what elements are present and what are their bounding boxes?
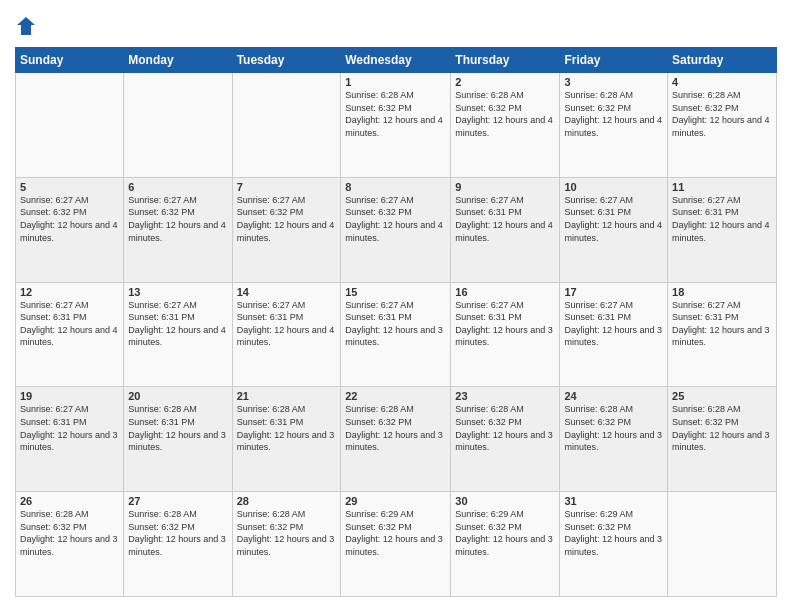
day-info: Sunrise: 6:28 AM Sunset: 6:32 PM Dayligh…	[455, 89, 555, 139]
header-tuesday: Tuesday	[232, 48, 341, 73]
day-info: Sunrise: 6:27 AM Sunset: 6:31 PM Dayligh…	[20, 403, 119, 453]
calendar-cell: 17Sunrise: 6:27 AM Sunset: 6:31 PM Dayli…	[560, 282, 668, 387]
day-info: Sunrise: 6:28 AM Sunset: 6:32 PM Dayligh…	[672, 89, 772, 139]
day-number: 13	[128, 286, 227, 298]
calendar-cell: 7Sunrise: 6:27 AM Sunset: 6:32 PM Daylig…	[232, 177, 341, 282]
day-info: Sunrise: 6:27 AM Sunset: 6:31 PM Dayligh…	[455, 299, 555, 349]
day-number: 29	[345, 495, 446, 507]
calendar-cell: 25Sunrise: 6:28 AM Sunset: 6:32 PM Dayli…	[668, 387, 777, 492]
day-number: 6	[128, 181, 227, 193]
day-info: Sunrise: 6:27 AM Sunset: 6:31 PM Dayligh…	[20, 299, 119, 349]
day-info: Sunrise: 6:27 AM Sunset: 6:31 PM Dayligh…	[128, 299, 227, 349]
calendar-week-row: 26Sunrise: 6:28 AM Sunset: 6:32 PM Dayli…	[16, 492, 777, 597]
calendar-cell: 8Sunrise: 6:27 AM Sunset: 6:32 PM Daylig…	[341, 177, 451, 282]
weekday-header-row: Sunday Monday Tuesday Wednesday Thursday…	[16, 48, 777, 73]
calendar-cell: 19Sunrise: 6:27 AM Sunset: 6:31 PM Dayli…	[16, 387, 124, 492]
day-number: 2	[455, 76, 555, 88]
calendar-cell: 28Sunrise: 6:28 AM Sunset: 6:32 PM Dayli…	[232, 492, 341, 597]
day-info: Sunrise: 6:29 AM Sunset: 6:32 PM Dayligh…	[345, 508, 446, 558]
day-number: 27	[128, 495, 227, 507]
day-number: 10	[564, 181, 663, 193]
calendar-cell: 3Sunrise: 6:28 AM Sunset: 6:32 PM Daylig…	[560, 73, 668, 178]
calendar-cell: 5Sunrise: 6:27 AM Sunset: 6:32 PM Daylig…	[16, 177, 124, 282]
page: Sunday Monday Tuesday Wednesday Thursday…	[0, 0, 792, 612]
calendar-week-row: 19Sunrise: 6:27 AM Sunset: 6:31 PM Dayli…	[16, 387, 777, 492]
calendar-cell: 21Sunrise: 6:28 AM Sunset: 6:31 PM Dayli…	[232, 387, 341, 492]
calendar-cell: 20Sunrise: 6:28 AM Sunset: 6:31 PM Dayli…	[124, 387, 232, 492]
calendar-cell: 11Sunrise: 6:27 AM Sunset: 6:31 PM Dayli…	[668, 177, 777, 282]
calendar-week-row: 12Sunrise: 6:27 AM Sunset: 6:31 PM Dayli…	[16, 282, 777, 387]
day-info: Sunrise: 6:27 AM Sunset: 6:31 PM Dayligh…	[672, 194, 772, 244]
day-number: 1	[345, 76, 446, 88]
calendar-cell: 12Sunrise: 6:27 AM Sunset: 6:31 PM Dayli…	[16, 282, 124, 387]
day-info: Sunrise: 6:28 AM Sunset: 6:32 PM Dayligh…	[672, 403, 772, 453]
calendar-cell: 26Sunrise: 6:28 AM Sunset: 6:32 PM Dayli…	[16, 492, 124, 597]
day-info: Sunrise: 6:28 AM Sunset: 6:32 PM Dayligh…	[345, 403, 446, 453]
calendar-cell	[16, 73, 124, 178]
day-info: Sunrise: 6:28 AM Sunset: 6:32 PM Dayligh…	[564, 89, 663, 139]
day-number: 20	[128, 390, 227, 402]
day-number: 7	[237, 181, 337, 193]
day-info: Sunrise: 6:29 AM Sunset: 6:32 PM Dayligh…	[455, 508, 555, 558]
calendar-cell: 23Sunrise: 6:28 AM Sunset: 6:32 PM Dayli…	[451, 387, 560, 492]
day-number: 5	[20, 181, 119, 193]
day-number: 3	[564, 76, 663, 88]
calendar-cell: 15Sunrise: 6:27 AM Sunset: 6:31 PM Dayli…	[341, 282, 451, 387]
day-number: 26	[20, 495, 119, 507]
logo	[15, 15, 41, 37]
header-thursday: Thursday	[451, 48, 560, 73]
calendar-cell: 30Sunrise: 6:29 AM Sunset: 6:32 PM Dayli…	[451, 492, 560, 597]
calendar-cell: 4Sunrise: 6:28 AM Sunset: 6:32 PM Daylig…	[668, 73, 777, 178]
day-info: Sunrise: 6:28 AM Sunset: 6:31 PM Dayligh…	[237, 403, 337, 453]
day-number: 14	[237, 286, 337, 298]
calendar-cell: 1Sunrise: 6:28 AM Sunset: 6:32 PM Daylig…	[341, 73, 451, 178]
day-number: 19	[20, 390, 119, 402]
day-number: 28	[237, 495, 337, 507]
day-number: 4	[672, 76, 772, 88]
header-sunday: Sunday	[16, 48, 124, 73]
day-info: Sunrise: 6:27 AM Sunset: 6:31 PM Dayligh…	[455, 194, 555, 244]
logo-icon	[15, 15, 37, 37]
day-number: 22	[345, 390, 446, 402]
calendar-week-row: 1Sunrise: 6:28 AM Sunset: 6:32 PM Daylig…	[16, 73, 777, 178]
day-info: Sunrise: 6:27 AM Sunset: 6:31 PM Dayligh…	[345, 299, 446, 349]
day-number: 12	[20, 286, 119, 298]
day-number: 9	[455, 181, 555, 193]
calendar-cell: 10Sunrise: 6:27 AM Sunset: 6:31 PM Dayli…	[560, 177, 668, 282]
day-number: 30	[455, 495, 555, 507]
calendar-cell: 22Sunrise: 6:28 AM Sunset: 6:32 PM Dayli…	[341, 387, 451, 492]
day-info: Sunrise: 6:28 AM Sunset: 6:32 PM Dayligh…	[564, 403, 663, 453]
calendar-cell: 14Sunrise: 6:27 AM Sunset: 6:31 PM Dayli…	[232, 282, 341, 387]
header-monday: Monday	[124, 48, 232, 73]
day-info: Sunrise: 6:27 AM Sunset: 6:31 PM Dayligh…	[237, 299, 337, 349]
calendar-body: 1Sunrise: 6:28 AM Sunset: 6:32 PM Daylig…	[16, 73, 777, 597]
day-info: Sunrise: 6:27 AM Sunset: 6:31 PM Dayligh…	[564, 299, 663, 349]
calendar-cell	[668, 492, 777, 597]
day-info: Sunrise: 6:29 AM Sunset: 6:32 PM Dayligh…	[564, 508, 663, 558]
day-info: Sunrise: 6:27 AM Sunset: 6:32 PM Dayligh…	[237, 194, 337, 244]
calendar-cell: 13Sunrise: 6:27 AM Sunset: 6:31 PM Dayli…	[124, 282, 232, 387]
calendar-cell: 16Sunrise: 6:27 AM Sunset: 6:31 PM Dayli…	[451, 282, 560, 387]
day-info: Sunrise: 6:28 AM Sunset: 6:31 PM Dayligh…	[128, 403, 227, 453]
day-number: 11	[672, 181, 772, 193]
day-number: 23	[455, 390, 555, 402]
day-number: 16	[455, 286, 555, 298]
day-number: 8	[345, 181, 446, 193]
calendar-cell: 6Sunrise: 6:27 AM Sunset: 6:32 PM Daylig…	[124, 177, 232, 282]
calendar-cell: 24Sunrise: 6:28 AM Sunset: 6:32 PM Dayli…	[560, 387, 668, 492]
day-info: Sunrise: 6:27 AM Sunset: 6:31 PM Dayligh…	[672, 299, 772, 349]
day-number: 21	[237, 390, 337, 402]
header-friday: Friday	[560, 48, 668, 73]
day-number: 31	[564, 495, 663, 507]
calendar-cell	[124, 73, 232, 178]
calendar-week-row: 5Sunrise: 6:27 AM Sunset: 6:32 PM Daylig…	[16, 177, 777, 282]
day-info: Sunrise: 6:27 AM Sunset: 6:31 PM Dayligh…	[564, 194, 663, 244]
calendar-table: Sunday Monday Tuesday Wednesday Thursday…	[15, 47, 777, 597]
day-info: Sunrise: 6:27 AM Sunset: 6:32 PM Dayligh…	[128, 194, 227, 244]
header-saturday: Saturday	[668, 48, 777, 73]
svg-marker-0	[17, 17, 35, 35]
day-number: 18	[672, 286, 772, 298]
calendar-cell: 29Sunrise: 6:29 AM Sunset: 6:32 PM Dayli…	[341, 492, 451, 597]
day-info: Sunrise: 6:27 AM Sunset: 6:32 PM Dayligh…	[345, 194, 446, 244]
day-number: 24	[564, 390, 663, 402]
